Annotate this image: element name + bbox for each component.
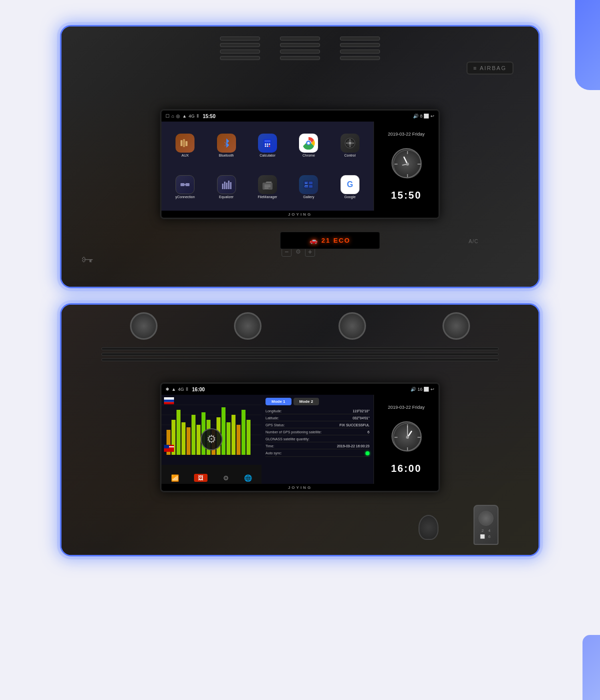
- svg-rect-61: [196, 425, 200, 455]
- app-connection-label: yConnection: [176, 195, 195, 199]
- svg-rect-59: [186, 427, 190, 455]
- app-bluetooth[interactable]: Bluetooth: [206, 126, 246, 165]
- app-google[interactable]: G Google: [330, 167, 370, 207]
- bottom-icon-row: 📶 🖼 ⚙ 🌐: [162, 474, 262, 482]
- 4g-icon: 4G: [188, 114, 194, 119]
- app-connection[interactable]: yConnection: [166, 167, 204, 207]
- signal-status-icon: ll: [186, 387, 188, 392]
- gps-row-satellites: Number of GPS positioning satellite: 6: [266, 429, 370, 435]
- svg-point-6: [266, 144, 268, 145]
- clock-date-2: 2019-03-22 Friday: [388, 405, 425, 410]
- volume-status-icon-2: 🔊: [410, 387, 416, 392]
- svg-point-10: [268, 146, 270, 147]
- svg-rect-23: [186, 183, 190, 186]
- gps-row-longitude: Longitude: 119°02'10": [266, 408, 370, 414]
- gps-row-autosync: Auto sync:: [266, 450, 370, 457]
- svg-rect-26: [224, 182, 226, 189]
- gps-info-panel: Mode 1 Mode 2 Longitude: 119°02'10" Lati…: [262, 395, 374, 484]
- screen-bottom-1: JOYING: [162, 211, 438, 218]
- app-gallery-label: Gallery: [303, 195, 314, 199]
- app-chrome[interactable]: Chrome: [289, 126, 328, 165]
- card-1: ≡ AIRBAG ☐ ⌂ ◎ ▲ 4G ll 15:50 �: [60, 25, 540, 288]
- svg-rect-2: [186, 141, 188, 146]
- settings-status-icon: ⌂: [172, 114, 174, 119]
- svg-rect-27: [226, 183, 228, 189]
- svg-rect-22: [180, 183, 184, 186]
- app-gallery[interactable]: Gallery: [289, 167, 328, 207]
- clock-panel-1: 2019-03-22 Friday: [374, 122, 438, 211]
- joying-screen-2[interactable]: ✱ ▲ 4G ll 16:00 🔊 16 ⬜ ↩: [160, 382, 440, 492]
- analog-clock-1: [392, 148, 422, 178]
- svg-rect-58: [182, 422, 186, 455]
- keys-decoration: 🗝: [82, 253, 94, 267]
- app-calculator[interactable]: Calculator: [248, 126, 287, 165]
- svg-rect-4: [264, 140, 270, 142]
- airbag-label: ≡ AIRBAG: [466, 62, 514, 75]
- screen-bottom-2: JOYING: [162, 484, 438, 491]
- app-filemanager-label: FileManager: [258, 195, 278, 199]
- joying-screen-1[interactable]: ☐ ⌂ ◎ ▲ 4G ll 15:50 🔊 8 ⬜ ↩: [160, 109, 440, 219]
- app-aux[interactable]: AUX: [166, 126, 204, 165]
- signal-icon: ◎: [176, 114, 180, 119]
- gps-row-glonass: GLONASS satellite quantity:: [266, 436, 370, 442]
- svg-rect-36: [309, 182, 312, 184]
- svg-rect-69: [236, 425, 240, 455]
- svg-point-21: [348, 142, 352, 145]
- brand-logo-2: JOYING: [288, 485, 312, 490]
- speedo-display-1: 🚗 21 ECO: [280, 232, 380, 249]
- svg-rect-30: [262, 183, 272, 190]
- wifi-bottom-icon[interactable]: 📶: [171, 474, 179, 482]
- brand-logo-1: JOYING: [288, 212, 312, 217]
- svg-text:G: G: [347, 180, 353, 189]
- eq-panel: ⚙ 📶 🖼 ⚙ 🌐: [162, 395, 262, 484]
- map-bottom-icon[interactable]: 🖼: [194, 474, 208, 482]
- analog-clock-2: [392, 421, 422, 451]
- svg-rect-1: [183, 139, 185, 147]
- app-google-label: Google: [344, 195, 356, 199]
- gps-tab-mode1[interactable]: Mode 1: [266, 398, 292, 405]
- signal-bars: ll: [196, 114, 198, 119]
- app-bluetooth-label: Bluetooth: [219, 154, 234, 157]
- svg-rect-28: [228, 181, 230, 189]
- app-calculator-label: Calculator: [260, 154, 276, 157]
- clock-time-status-2: 16:00: [192, 387, 205, 392]
- bt-status-icon: ✱: [166, 387, 170, 392]
- clock-time-status: 15:50: [202, 114, 216, 119]
- svg-rect-0: [180, 140, 182, 146]
- svg-rect-71: [246, 420, 250, 455]
- svg-rect-60: [192, 415, 196, 455]
- status-bar-1: ☐ ⌂ ◎ ▲ 4G ll 15:50 🔊 8 ⬜ ↩: [162, 111, 438, 122]
- gps-row-time: Time: 2019-03-22 16:00:23: [266, 443, 370, 449]
- svg-point-86: [406, 436, 409, 439]
- app-equalizer[interactable]: Equalizer: [206, 167, 246, 207]
- svg-rect-73: [164, 400, 174, 402]
- volume-icon: 🔊: [413, 114, 418, 119]
- gps-row-latitude: Latitude: 032°04'01": [266, 415, 370, 421]
- svg-rect-78: [164, 445, 169, 448]
- svg-point-9: [266, 146, 268, 147]
- gear-bottom-icon[interactable]: ⚙: [223, 474, 229, 482]
- svg-rect-68: [232, 415, 236, 455]
- svg-point-7: [268, 144, 270, 145]
- gps-tabs: Mode 1 Mode 2: [266, 398, 370, 405]
- app-control[interactable]: Control: [330, 126, 370, 165]
- svg-point-5: [264, 144, 266, 145]
- app-filemanager[interactable]: FileManager: [248, 167, 287, 207]
- svg-rect-67: [226, 422, 230, 455]
- gps-tab-mode2[interactable]: Mode 2: [294, 398, 320, 405]
- svg-rect-25: [222, 184, 224, 189]
- app-equalizer-label: Equalizer: [219, 195, 234, 199]
- svg-rect-57: [176, 410, 180, 455]
- svg-rect-74: [164, 402, 174, 404]
- svg-rect-70: [242, 410, 246, 455]
- home-icon: ☐: [166, 114, 170, 119]
- svg-rect-29: [230, 182, 232, 189]
- gps-row-status: GPS Status: FIX SUCCESSFUL: [266, 422, 370, 428]
- clock-date-1: 2019-03-22 Friday: [388, 132, 425, 137]
- gear-circle-icon[interactable]: ⚙: [200, 428, 222, 450]
- gear-shift-decoration: 24 ⬜6: [474, 505, 498, 545]
- 4g-status-icon: 4G: [178, 387, 184, 392]
- svg-point-39: [306, 183, 306, 184]
- sync-dot: [366, 451, 370, 455]
- globe-bottom-icon[interactable]: 🌐: [244, 474, 252, 482]
